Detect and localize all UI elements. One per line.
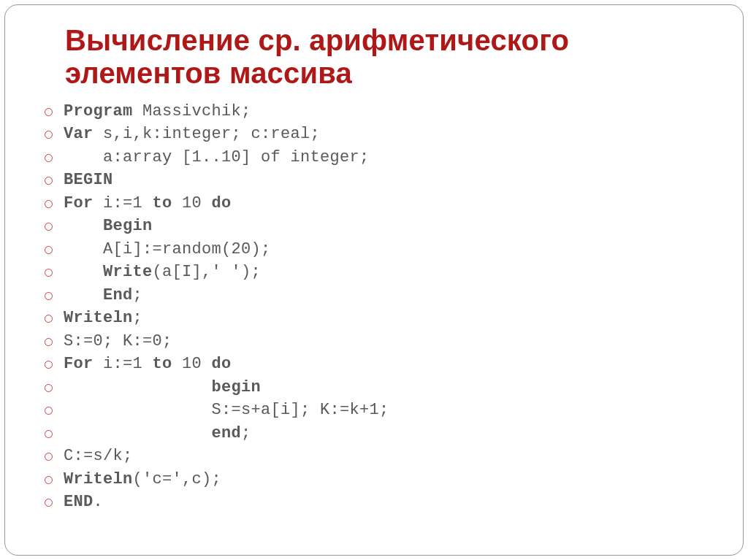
keyword: Program [64,102,133,120]
code-line: A[i]:=random(20); [43,238,718,261]
keyword: do [212,194,232,212]
keyword: END [64,493,94,511]
code-line: For i:=1 to 10 do [43,353,718,376]
slide-title: Вычисление ср. арифметического элементов… [65,24,718,90]
keyword: to [153,355,172,373]
keyword: end [212,424,242,442]
keyword: Begin [103,217,153,235]
keyword: Writeln [64,309,133,327]
keyword: do [212,355,232,373]
code-line: For i:=1 to 10 do [43,192,718,215]
slide-frame: Вычисление ср. арифметического элементов… [4,4,744,556]
code-line: Writeln('c=',c); [43,468,718,491]
code-line: END. [43,491,718,514]
code-line: Write(a[I],' '); [43,261,718,284]
code-line: End; [43,284,718,307]
code-line: begin [43,376,718,399]
code-line: Writeln; [43,307,718,330]
keyword: For [64,355,94,373]
keyword: End [103,286,133,304]
code-line: end; [43,422,718,445]
keyword: Var [64,125,94,143]
code-line: BEGIN [43,169,718,192]
keyword: to [153,194,172,212]
code-line: Var s,i,k:integer; c:real; [43,123,718,146]
keyword: begin [212,378,262,396]
code-line: a:array [1..10] of integer; [43,146,718,169]
code-list: Program Massivchik;Var s,i,k:integer; c:… [43,100,718,514]
code-line: S:=s+a[i]; K:=k+1; [43,399,718,422]
keyword: For [64,194,94,212]
keyword: Write [103,263,153,281]
keyword: BEGIN [64,171,113,189]
code-line: Begin [43,215,718,238]
code-line: S:=0; K:=0; [43,330,718,353]
keyword: Writeln [64,470,133,488]
code-line: Program Massivchik; [43,100,718,123]
code-line: C:=s/k; [43,445,718,468]
